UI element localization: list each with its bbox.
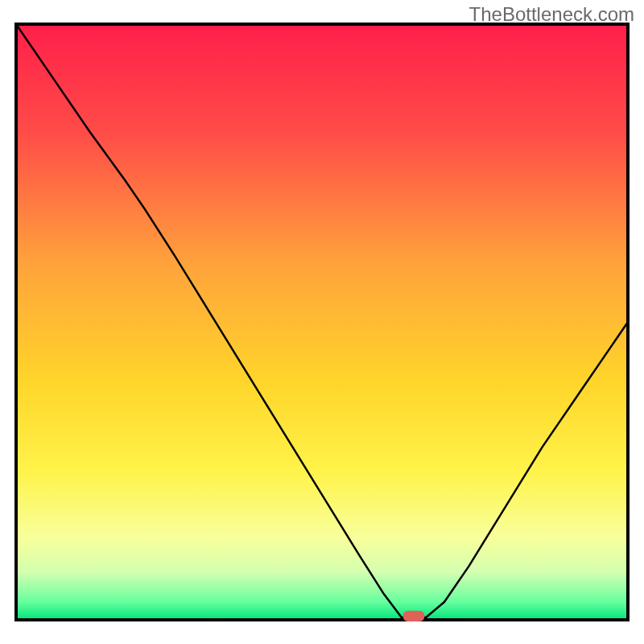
chart-container: TheBottleneck.com (0, 0, 644, 644)
gradient-background (16, 24, 628, 620)
plot-area (16, 24, 628, 621)
bottleneck-plot (0, 0, 644, 644)
watermark-text: TheBottleneck.com (469, 3, 634, 26)
optimal-marker (403, 611, 425, 621)
